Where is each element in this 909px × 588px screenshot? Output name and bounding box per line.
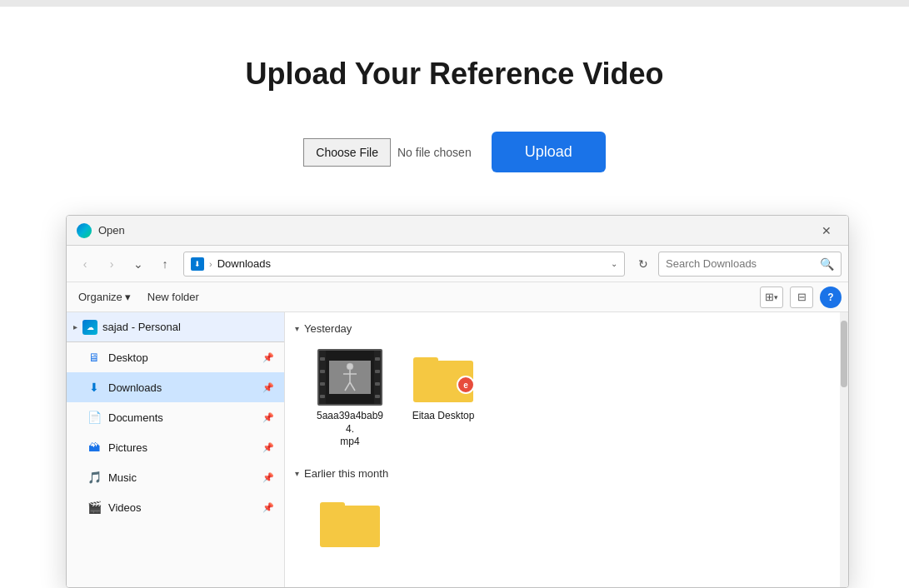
file-open-dialog: Open ✕ ‹ › ⌄ ↑ ⬇ › Downloads ⌄ ↻ 🔍 — [66, 215, 849, 588]
top-bar — [0, 0, 909, 7]
folder-body-2 — [320, 506, 380, 547]
search-input[interactable] — [666, 257, 817, 270]
file-name-eitaa: Eitaa Desktop — [412, 410, 475, 423]
earlier-toggle[interactable]: ▾ — [295, 469, 299, 478]
dialog-title-left: Open — [77, 223, 125, 238]
svg-point-0 — [347, 363, 353, 370]
group-earlier-header: ▾ Earlier this month — [295, 467, 830, 480]
scrollbar-thumb[interactable] — [841, 321, 847, 387]
sidebar-item-music[interactable]: 🎵 Music 📌 — [67, 462, 284, 492]
video-thumbnail — [317, 348, 383, 406]
search-icon[interactable]: 🔍 — [820, 257, 834, 271]
upload-row: Choose File No file chosen Upload — [303, 132, 605, 172]
file-item-folder-partial[interactable] — [308, 488, 392, 560]
yesterday-label: Yesterday — [304, 322, 352, 335]
dialog-nav-row: ‹ › ⌄ ↑ ⬇ › Downloads ⌄ ↻ 🔍 — [67, 246, 848, 282]
sidebar-item-pictures[interactable]: 🏔 Pictures 📌 — [67, 432, 284, 462]
help-button[interactable]: ? — [820, 287, 842, 308]
path-separator: › — [209, 259, 212, 269]
downloads-path-icon: ⬇ — [191, 257, 204, 271]
eitaa-folder-thumbnail: e — [410, 348, 477, 406]
file-name-video: 5aaa39a4bab94.mp4 — [313, 410, 387, 449]
dialog-close-button[interactable]: ✕ — [815, 221, 838, 241]
edge-browser-icon — [77, 223, 92, 238]
video-thumb-graphic — [317, 349, 382, 406]
file-item-video[interactable]: 5aaa39a4bab94.mp4 — [308, 343, 392, 454]
video-frame-content — [329, 361, 371, 394]
pin-icon-music: 📌 — [262, 472, 274, 483]
downloads-icon: ⬇ — [87, 380, 102, 395]
desktop-icon: 🖥 — [87, 350, 102, 365]
partial-folder-icon — [320, 497, 380, 547]
sidebar-label-desktop: Desktop — [108, 351, 256, 364]
yesterday-files-grid: 5aaa39a4bab94.mp4 e Eitaa Desktop — [295, 343, 830, 454]
sidebar-section-label: sajad - Personal — [102, 321, 181, 333]
details-pane-button[interactable]: ⊟ — [790, 287, 813, 308]
stick-figure-icon — [337, 362, 362, 392]
main-content: Upload Your Reference Video Choose File … — [0, 7, 909, 197]
address-dropdown-button[interactable]: ⌄ — [611, 259, 617, 268]
yesterday-toggle[interactable]: ▾ — [295, 324, 299, 333]
page-title: Upload Your Reference Video — [245, 57, 663, 92]
dropdown-button[interactable]: ⌄ — [127, 252, 150, 276]
sidebar-label-music: Music — [108, 471, 256, 484]
dialog-title-text: Open — [98, 224, 125, 237]
folder-partial-thumbnail — [317, 493, 383, 551]
dialog-sidebar: ▸ ☁ sajad - Personal 🖥 Desktop 📌 ⬇ Downl… — [67, 312, 285, 587]
documents-icon: 📄 — [87, 410, 102, 425]
sidebar-section-header: ▸ ☁ sajad - Personal — [67, 312, 284, 342]
music-icon: 🎵 — [87, 470, 102, 485]
choose-file-button[interactable]: Choose File — [303, 138, 391, 167]
scrollbar-track[interactable] — [840, 312, 848, 587]
eitaa-badge: e — [457, 376, 475, 394]
pin-icon-desktop: 📌 — [262, 352, 274, 363]
page-background: Upload Your Reference Video Choose File … — [0, 0, 909, 588]
sidebar-label-videos: Videos — [108, 501, 256, 514]
pin-icon-downloads: 📌 — [262, 382, 274, 393]
sidebar-item-videos[interactable]: 🎬 Videos 📌 — [67, 492, 284, 522]
eitaa-folder-icon: e — [413, 352, 473, 402]
pin-icon-videos: 📌 — [262, 502, 274, 513]
view-toggle-button[interactable]: ⊞▾ — [760, 287, 783, 308]
organize-button[interactable]: Organize ▾ — [73, 287, 136, 306]
svg-line-4 — [350, 382, 355, 391]
group-yesterday-header: ▾ Yesterday — [295, 322, 830, 335]
earlier-label: Earlier this month — [304, 467, 388, 480]
dialog-titlebar: Open ✕ — [67, 216, 848, 246]
sidebar-label-documents: Documents — [108, 411, 256, 424]
earlier-files-grid — [295, 488, 830, 560]
upload-button[interactable]: Upload — [492, 132, 606, 172]
sidebar-item-desktop[interactable]: 🖥 Desktop 📌 — [67, 342, 284, 372]
path-text: Downloads — [217, 257, 606, 270]
pictures-icon: 🏔 — [87, 440, 102, 455]
dialog-toolbar: Organize ▾ New folder ⊞▾ ⊟ ? — [67, 282, 848, 312]
dialog-files-area: ▾ Yesterday — [285, 312, 840, 587]
forward-button[interactable]: › — [100, 252, 123, 276]
svg-line-3 — [345, 382, 350, 391]
file-item-eitaa-folder[interactable]: e Eitaa Desktop — [402, 343, 485, 454]
back-button[interactable]: ‹ — [73, 252, 97, 276]
sidebar-label-pictures: Pictures — [108, 441, 256, 454]
sidebar-item-documents[interactable]: 📄 Documents 📌 — [67, 402, 284, 432]
refresh-button[interactable]: ↻ — [632, 252, 655, 276]
pin-icon-documents: 📌 — [262, 412, 274, 423]
pin-icon-pictures: 📌 — [262, 442, 274, 453]
address-bar: ⬇ › Downloads ⌄ — [183, 252, 625, 277]
search-box: 🔍 — [658, 252, 842, 277]
sidebar-cloud-icon: ☁ — [82, 320, 97, 335]
new-folder-button[interactable]: New folder — [142, 287, 204, 306]
sidebar-expand-icon: ▸ — [73, 322, 77, 331]
sidebar-label-downloads: Downloads — [108, 381, 256, 394]
sidebar-item-downloads[interactable]: ⬇ Downloads 📌 — [67, 372, 284, 402]
up-button[interactable]: ↑ — [153, 252, 177, 276]
videos-icon: 🎬 — [87, 500, 102, 515]
no-file-text: No file chosen — [397, 146, 472, 159]
dialog-body: ▸ ☁ sajad - Personal 🖥 Desktop 📌 ⬇ Downl… — [67, 312, 848, 587]
